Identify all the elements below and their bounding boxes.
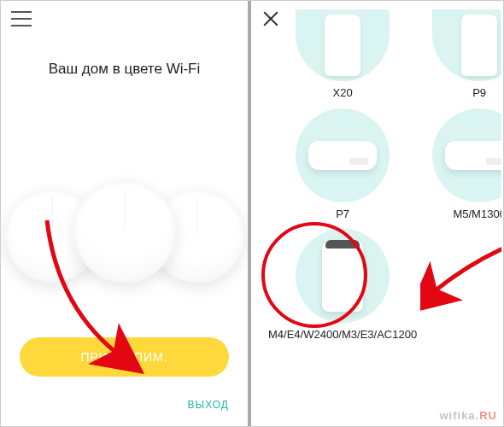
model-option-p9[interactable]: P9 bbox=[432, 9, 501, 100]
welcome-screen: Ваш дом в цвете Wi-Fi ПРИСТУПИМ. ВЫХОД bbox=[1, 1, 251, 426]
annotation-arrow-icon bbox=[420, 234, 501, 336]
model-thumb bbox=[296, 9, 390, 81]
model-thumb bbox=[296, 229, 390, 323]
model-option-m5[interactable]: M5/M1300 bbox=[432, 108, 501, 221]
model-option-x20[interactable]: X20 bbox=[268, 9, 417, 100]
model-label: X20 bbox=[268, 86, 417, 100]
model-thumb bbox=[432, 108, 501, 202]
start-button[interactable]: ПРИСТУПИМ. bbox=[20, 337, 229, 377]
watermark: wifika.RU bbox=[439, 409, 497, 422]
model-label: P9 bbox=[432, 86, 501, 100]
model-thumb bbox=[296, 108, 390, 202]
watermark-a: wifika bbox=[439, 409, 475, 422]
model-grid: X20 P9 P7 M5/M1300 M4/E4/W2400/M3/E3/AC1… bbox=[268, 9, 484, 342]
model-label: M4/E4/W2400/M3/E3/AC1200 bbox=[268, 328, 417, 342]
hamburger-menu-icon[interactable] bbox=[11, 11, 32, 26]
model-picker-screen: X20 P9 P7 M5/M1300 M4/E4/W2400/M3/E3/AC1… bbox=[251, 1, 501, 426]
model-option-m4[interactable]: M4/E4/W2400/M3/E3/AC1200 bbox=[268, 229, 417, 342]
product-illustration bbox=[1, 137, 248, 283]
welcome-title: Ваш дом в цвете Wi-Fi bbox=[1, 61, 248, 78]
model-thumb bbox=[432, 9, 501, 81]
model-label: M5/M1300 bbox=[432, 208, 501, 221]
model-option-p7[interactable]: P7 bbox=[268, 108, 417, 221]
watermark-b: RU bbox=[479, 409, 497, 422]
exit-link[interactable]: ВЫХОД bbox=[188, 399, 229, 411]
grid-empty bbox=[432, 229, 501, 342]
model-label: P7 bbox=[268, 208, 417, 221]
